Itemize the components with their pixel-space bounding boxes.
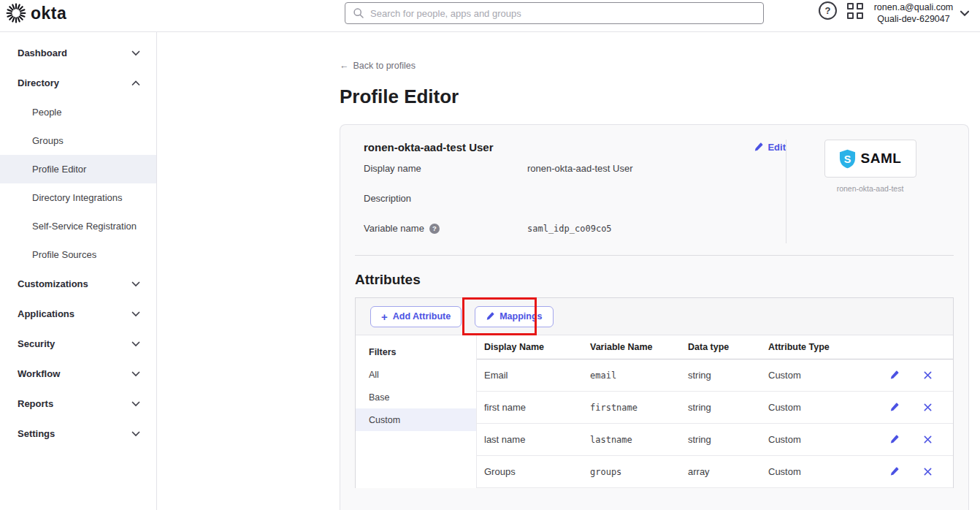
pencil-icon <box>889 370 899 380</box>
account-menu[interactable]: ronen.a@quali.com Quali-dev-629047 <box>870 1 957 26</box>
account-org: Quali-dev-629047 <box>870 13 957 25</box>
sidebar-item-label: Reports <box>18 398 53 409</box>
field-display-name: Display name ronen-okta-aad-test User <box>364 153 786 183</box>
field-label: Display name <box>364 163 527 174</box>
sidebar-item-workflow[interactable]: Workflow <box>0 359 156 389</box>
chevron-down-icon <box>131 50 140 56</box>
profile-title: ronen-okta-aad-test User <box>364 141 494 153</box>
field-label: Variable name <box>364 223 424 234</box>
apps-grid-icon[interactable] <box>847 3 864 20</box>
sidebar-item-dashboard[interactable]: Dashboard <box>0 38 156 68</box>
filter-label: All <box>369 370 379 380</box>
sidebar-subitem-label: People <box>32 107 61 118</box>
display-name-cell: last name <box>484 434 590 445</box>
sidebar-item-customizations[interactable]: Customizations <box>0 269 156 299</box>
saml-logo-label: SAML <box>861 151 902 167</box>
sidebar-item-profile-editor[interactable]: Profile Editor <box>0 155 156 183</box>
sidebar-item-label: Workflow <box>18 368 60 379</box>
attribute-type-cell: Custom <box>768 402 885 413</box>
global-search <box>345 2 764 24</box>
column-header: Display Name <box>484 342 590 352</box>
sidebar: Dashboard Directory People Groups Profil… <box>0 32 157 510</box>
saml-logo: S SAML <box>824 140 916 178</box>
chevron-down-icon <box>131 341 140 347</box>
svg-text:S: S <box>843 153 851 164</box>
sidebar-item-groups[interactable]: Groups <box>0 126 156 155</box>
top-bar: okta ? ronen.a@quali.com Quali-dev-62904… <box>0 0 980 32</box>
sidebar-item-directory-integrations[interactable]: Directory Integrations <box>0 183 156 212</box>
page-title: Profile Editor <box>340 85 969 108</box>
display-name-cell: first name <box>484 402 590 413</box>
sidebar-item-label: Directory <box>18 77 59 88</box>
main-content: ← Back to profiles Profile Editor ronen-… <box>157 32 980 510</box>
field-description: Description <box>364 183 786 213</box>
search-input[interactable] <box>370 8 756 19</box>
sidebar-subitem-label: Self-Service Registration <box>32 221 137 232</box>
sidebar-item-label: Customizations <box>18 278 88 289</box>
edit-attribute-icon[interactable] <box>888 402 900 414</box>
help-icon[interactable]: ? <box>819 1 837 20</box>
mappings-label: Mappings <box>499 311 542 321</box>
grid-square <box>857 3 863 9</box>
sidebar-item-directory[interactable]: Directory <box>0 68 156 98</box>
sidebar-item-security[interactable]: Security <box>0 329 156 359</box>
sidebar-item-label: Applications <box>18 308 74 319</box>
attributes-heading: Attributes <box>355 272 954 288</box>
delete-attribute-icon[interactable] <box>922 434 933 446</box>
pencil-icon <box>889 467 899 476</box>
column-header: Data type <box>688 342 768 352</box>
arrow-left-icon: ← <box>340 61 349 71</box>
close-icon <box>924 435 932 444</box>
field-label: Description <box>364 193 527 204</box>
table-row: last name lastname string Custom <box>477 424 953 456</box>
add-attribute-button[interactable]: + Add Attribute <box>370 306 462 327</box>
chevron-down-icon <box>131 431 140 437</box>
pencil-icon <box>486 312 494 321</box>
filter-all[interactable]: All <box>356 363 476 386</box>
okta-wordmark: okta <box>31 4 66 23</box>
attributes-table: Display Name Variable Name Data type Att… <box>477 335 953 488</box>
sidebar-item-reports[interactable]: Reports <box>0 389 156 419</box>
grid-square <box>847 12 854 19</box>
delete-attribute-icon[interactable] <box>922 466 933 478</box>
attribute-type-cell: Custom <box>768 434 885 445</box>
profile-card: ronen-okta-aad-test User Edit Display na… <box>340 124 969 510</box>
data-type-cell: string <box>688 402 768 413</box>
sidebar-item-self-service-registration[interactable]: Self-Service Registration <box>0 212 156 240</box>
sidebar-item-label: Security <box>18 338 55 349</box>
filter-base[interactable]: Base <box>356 386 476 408</box>
okta-logo[interactable]: okta <box>6 3 66 23</box>
help-glyph: ? <box>432 224 437 232</box>
chevron-down-icon <box>131 281 140 287</box>
edit-profile-button[interactable]: Edit <box>754 142 786 153</box>
sidebar-item-applications[interactable]: Applications <box>0 299 156 329</box>
chevron-down-icon <box>131 311 140 317</box>
variable-name-cell: lastname <box>590 435 688 445</box>
sidebar-item-people[interactable]: People <box>0 98 156 126</box>
mappings-button[interactable]: Mappings <box>475 306 553 327</box>
filter-custom[interactable]: Custom <box>356 408 476 431</box>
edit-attribute-icon[interactable] <box>888 434 900 446</box>
field-value: saml_idp_co09co5 <box>527 224 612 234</box>
chevron-up-icon <box>131 80 140 86</box>
attributes-toolbar: + Add Attribute Mappings <box>356 298 953 335</box>
sidebar-item-settings[interactable]: Settings <box>0 419 156 449</box>
edit-attribute-icon[interactable] <box>888 370 900 381</box>
delete-attribute-icon[interactable] <box>922 402 933 414</box>
edit-attribute-icon[interactable] <box>888 466 900 478</box>
add-attribute-label: Add Attribute <box>393 311 451 321</box>
field-variable-name: Variable name ? saml_idp_co09co5 <box>364 213 786 243</box>
sidebar-item-profile-sources[interactable]: Profile Sources <box>0 240 156 269</box>
back-to-profiles-link[interactable]: ← Back to profiles <box>340 61 416 71</box>
help-tooltip-icon[interactable]: ? <box>429 224 440 234</box>
saml-shield-icon: S <box>839 149 856 169</box>
chevron-down-icon <box>131 401 140 407</box>
field-value: ronen-okta-aad-test User <box>527 163 633 174</box>
chevron-down-icon[interactable] <box>960 10 970 17</box>
chevron-down-icon <box>131 371 140 377</box>
display-name-cell: Email <box>484 370 590 381</box>
sidebar-item-label: Dashboard <box>18 47 67 58</box>
delete-attribute-icon[interactable] <box>922 370 933 381</box>
table-row: Groups groups array Custom <box>477 456 953 488</box>
pencil-icon <box>754 142 763 152</box>
